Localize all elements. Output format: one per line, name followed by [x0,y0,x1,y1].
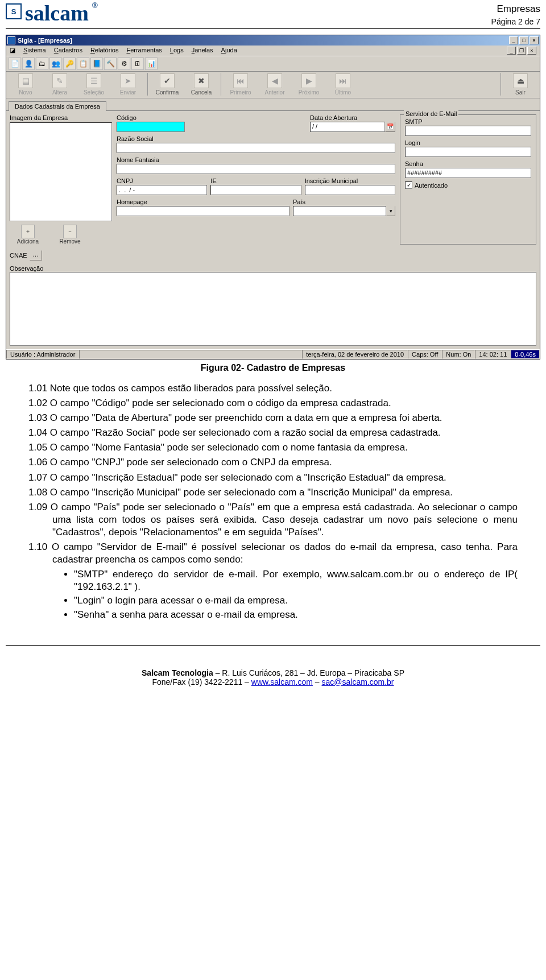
tab-dados-cadastrais[interactable]: Dados Cadastrais da Empresa [9,101,106,111]
login-input[interactable] [405,147,531,157]
toolbar-proximo[interactable]: ▶Próximo [292,73,326,96]
bullet-smtp: "SMTP" endereço do servidor de e-mail. P… [74,568,518,593]
observacao-label: Observação [10,265,536,272]
image-remove-button[interactable]: －Remove [52,225,88,245]
next-icon: ▶ [301,73,316,88]
menu-ajuda[interactable]: Ajuda [221,47,237,55]
observacao-input[interactable] [10,272,536,346]
strip-icon-5[interactable]: 🔑 [63,57,76,70]
senha-input[interactable] [405,168,531,178]
ie-input[interactable] [210,185,301,195]
cancel-icon: ✖ [194,73,209,88]
menu-ferramentas[interactable]: Ferramentas [126,47,162,55]
item-1-02: 1.02 O campo "Código" pode ser seleciona… [28,397,518,410]
menu-logs[interactable]: Logs [170,47,184,55]
maximize-button[interactable]: □ [519,36,528,44]
toolbar-enviar[interactable]: ➤Enviar [111,73,145,96]
toolbar-cancela[interactable]: ✖Cancela [184,73,218,96]
remove-icon: － [63,225,77,238]
calendar-icon[interactable]: 📅 [385,122,395,132]
form-area: Imagem da Empresa ＋Adiciona －Remove Códi… [6,110,540,248]
toolbar-ultimo[interactable]: ⏭Último [326,73,360,96]
item-1-06: 1.06 O campo "CNPJ" pode ser selecionado… [28,456,518,469]
email-group: Servidor de E-Mail SMTP Login Senha ✓ Au… [400,114,536,245]
status-caps: Caps: Off [408,350,442,359]
exit-icon: ⏏ [513,73,528,88]
menu-janelas[interactable]: Janelas [192,47,213,55]
email-legend: Servidor de E-Mail [404,110,458,117]
cnae-button[interactable]: … [30,250,42,260]
close-button[interactable]: × [530,36,539,44]
menubar: ◪ Sistema Cadastros Relatórios Ferrament… [6,46,540,56]
status-timer: 0-0,46s [511,350,540,359]
status-spacer [79,350,302,359]
header-right: Empresas Página 2 de 7 [491,3,540,26]
strip-icon-10[interactable]: 🗓 [131,57,144,70]
insc-mun-input[interactable] [305,185,395,195]
pais-label: País [293,199,395,205]
status-date: terça-feira, 02 de fevereiro de 2010 [302,350,408,359]
toolbar-selecao[interactable]: ☰Seleção [77,73,111,96]
toolbar-altera[interactable]: ✎Altera [43,73,77,96]
strip-icon-8[interactable]: 🔨 [104,57,117,70]
main-toolbar: ▤Novo ✎Altera ☰Seleção ➤Enviar ✔Confirma… [6,72,540,98]
bullet-senha: "Senha" a senha para acessar o e-mail da… [74,609,518,621]
mdi-close-button[interactable]: × [527,47,536,55]
titlebar: Sigla - [Empresas] _ □ × [6,35,540,46]
smtp-label: SMTP [405,118,531,125]
toolbar-anterior[interactable]: ◀Anterior [258,73,292,96]
mdi-minimize-button[interactable]: _ [507,47,516,55]
pais-input[interactable] [293,206,386,216]
strip-icon-11[interactable]: 📊 [145,57,158,70]
app-icon [7,36,15,44]
pais-dropdown-icon[interactable]: ▾ [386,206,395,216]
razao-input[interactable] [117,143,395,153]
smtp-input[interactable] [405,126,531,136]
footer-email-link[interactable]: sac@salcam.com.br [322,677,394,687]
image-panel: Imagem da Empresa ＋Adiciona －Remove [10,114,112,245]
minimize-button[interactable]: _ [509,36,518,44]
last-icon: ⏭ [336,73,350,88]
menu-cadastros[interactable]: Cadastros [54,47,82,55]
image-label: Imagem da Empresa [10,114,112,121]
strip-icon-6[interactable]: 📋 [77,57,89,70]
bullet-login: "Login" o login para acessar o e-mail da… [74,594,518,607]
strip-icon-3[interactable]: 🗂 [36,57,48,70]
page-indicator: Página 2 de 7 [491,17,540,26]
fantasia-input[interactable] [117,164,395,174]
strip-icon-2[interactable]: 👤 [22,57,35,70]
strip-icon-9[interactable]: ⚙ [118,57,130,70]
footer-website-link[interactable]: www.salcam.com [251,677,313,687]
select-icon: ☰ [86,73,101,88]
toolbar-primeiro[interactable]: ⏮Primeiro [224,73,258,96]
image-add-button[interactable]: ＋Adiciona [10,225,46,245]
toolbar-novo[interactable]: ▤Novo [9,73,43,96]
toolbar-sair[interactable]: ⏏Sair [503,73,537,96]
item-1-05: 1.05 O campo "Nome Fantasia" pode ser se… [28,441,518,454]
menu-sistema[interactable]: Sistema [23,47,46,55]
strip-icon-4[interactable]: 👥 [49,57,62,70]
data-abertura-input[interactable]: / / [310,122,385,132]
page-header: S salcam® Empresas Página 2 de 7 [0,0,546,26]
autenticado-checkbox[interactable]: ✓ Autenticado [405,181,531,189]
cnae-row: CNAE … [6,248,540,263]
codigo-input[interactable] [117,122,185,132]
toolbar-confirma[interactable]: ✔Confirma [150,73,184,96]
new-icon: ▤ [18,73,33,88]
footer-rule [6,645,540,646]
menu-relatorios[interactable]: Relatórios [90,47,119,55]
strip-icon-1[interactable]: 📄 [9,57,21,70]
figure-caption: Figura 02- Cadastro de Empresas [0,363,546,373]
homepage-input[interactable] [117,206,289,216]
send-icon: ➤ [121,73,135,88]
cnpj-input[interactable] [117,185,207,195]
image-box[interactable] [10,122,112,221]
mdi-restore-button[interactable]: ❐ [517,47,526,55]
strip-icon-7[interactable]: 📘 [90,57,103,70]
item-1-10: 1.10 O campo "Servidor de E-mail" é poss… [28,541,518,566]
logo-mark-icon: S [6,3,22,19]
checkbox-icon: ✓ [405,181,412,189]
ie-label: IE [210,177,301,184]
app-menu-icon[interactable]: ◪ [10,47,15,55]
first-icon: ⏮ [233,73,248,88]
